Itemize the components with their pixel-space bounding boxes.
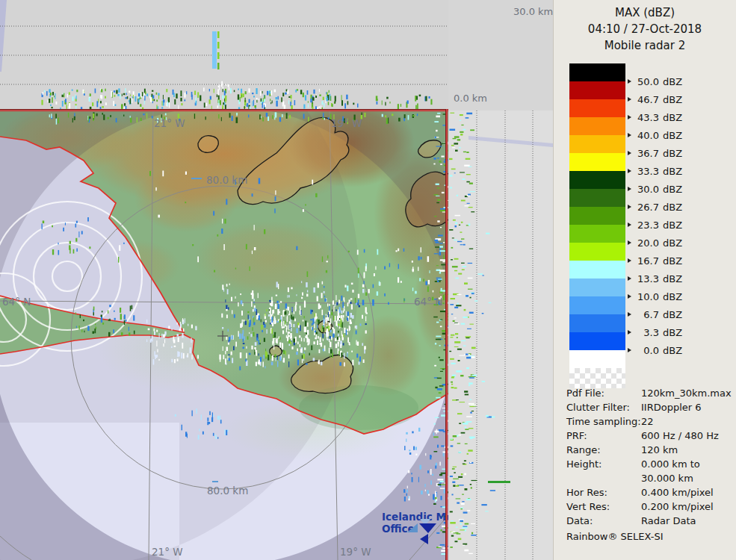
radar-map[interactable]: 21° W 19° W 80.0 km 64° N 64° N 80.0 km … (0, 109, 448, 560)
meridian-label-top-right: 19° W (331, 117, 362, 129)
parallel-label-left: 64° N (2, 296, 31, 308)
legend-color-band (569, 63, 625, 81)
metadata-value: 120 km (641, 443, 678, 457)
metadata-value: 22 (641, 414, 654, 429)
radar-source: Mobile radar 2 (554, 37, 736, 54)
range-ring-label-top: 80.0 km (206, 174, 247, 186)
legend-band-label: 16.7dBZ (628, 254, 682, 267)
metadata-label: PRF: (566, 429, 641, 443)
top-height-profile-panel[interactable] (0, 0, 448, 109)
radar-app-window: 21° W 19° W 80.0 km 64° N 64° N 80.0 km … (0, 0, 736, 560)
parallel-label-right: 64° N (414, 296, 442, 308)
legend-band-label: 46.7dBZ (628, 93, 682, 106)
height-axis-max-label: 30.0 km (513, 6, 553, 17)
legend-color-band (569, 296, 625, 314)
metadata-row: Time sampling:22 (566, 414, 732, 429)
legend-band-label: 33.3dBZ (628, 164, 682, 178)
legend-band-label: 26.7dBZ (628, 200, 682, 214)
metadata-value: IIRDoppler 6 (641, 400, 702, 414)
meridian-label-bottom-left: 21° W (152, 546, 183, 558)
legend-band-label: 13.3dBZ (628, 272, 682, 285)
tick-arrow-icon (628, 348, 631, 352)
legend-color-band (569, 332, 625, 350)
tick-arrow-icon (628, 276, 631, 281)
metadata-label: Range: (566, 443, 641, 457)
profile-echo-dash (217, 42, 220, 49)
tick-arrow-icon (628, 258, 631, 263)
tick-arrow-icon (628, 169, 631, 173)
height-axis-zero-label: 0.0 km (454, 93, 487, 104)
legend-color-band (569, 279, 625, 296)
metadata-value: 120km_30km.max (641, 386, 732, 400)
metadata-row: Vert Res:0.200 km/pixel (566, 500, 732, 514)
legend-color-band (569, 171, 625, 189)
tick-arrow-icon (628, 151, 631, 155)
tick-arrow-icon (628, 133, 631, 137)
legend-band-label: 36.7dBZ (628, 146, 682, 160)
metadata-value: 0.200 km/pixel (641, 500, 714, 514)
tick-arrow-icon (628, 187, 631, 191)
legend-color-band (569, 314, 625, 332)
legend-color-band (569, 81, 625, 99)
metadata-label: Data: (566, 514, 641, 528)
metadata-label: Clutter Filter: (566, 400, 641, 414)
legend-color-band (569, 261, 625, 279)
tick-arrow-icon (628, 223, 631, 227)
metadata-value: 0.000 km to (641, 457, 700, 471)
legend-band-label: 23.3dBZ (628, 218, 682, 231)
tick-arrow-icon (628, 312, 631, 317)
metadata-row: Hor Res:0.400 km/pixel (566, 485, 732, 500)
metadata-row: Clutter Filter:IIRDoppler 6 (566, 400, 732, 414)
metadata-label: Vert Res: (566, 500, 641, 514)
legend-band-label: 0.0dBZ (628, 343, 682, 357)
legend-band-label: 6.7dBZ (628, 308, 682, 321)
profile-echo-dash (488, 481, 510, 483)
legend-color-band (569, 99, 625, 117)
legend-header: MAX (dBZ) 04:10 / 27-Oct-2018 Mobile rad… (554, 0, 736, 54)
profile-echo-dash (217, 63, 220, 69)
legend-color-band (569, 117, 625, 135)
tick-arrow-icon (628, 205, 631, 209)
metadata-row: PRF:600 Hz / 480 Hz (566, 429, 732, 443)
metadata-row: 30.000 km (566, 471, 732, 485)
meridian-label-bottom-right: 19° W (340, 546, 371, 558)
metadata-row: Pdf File:120km_30km.max (566, 386, 732, 400)
meridian-label-top-left: 21° W (154, 117, 185, 129)
side-height-profile-panel[interactable] (449, 111, 553, 560)
metadata-label: Height: (566, 457, 641, 471)
logo-text-line1: Icelandic Met (382, 511, 448, 523)
metadata-value: Radar Data (641, 514, 696, 528)
legend-band-label: 43.3dBZ (628, 111, 682, 124)
tick-arrow-icon (628, 294, 631, 299)
legend-color-band (569, 135, 625, 153)
product-title: MAX (dBZ) (554, 4, 736, 21)
profile-echo-dash (217, 31, 220, 38)
tick-arrow-icon (628, 330, 631, 335)
legend-band-label: 50.0dBZ (628, 75, 682, 88)
legend-band-label: 40.0dBZ (628, 128, 682, 142)
legend-panel: MAX (dBZ) 04:10 / 27-Oct-2018 Mobile rad… (553, 0, 736, 560)
profile-echo-dash (217, 52, 220, 59)
legend-color-band (569, 189, 625, 207)
legend-band-label: 20.0dBZ (628, 236, 682, 249)
tick-arrow-icon (628, 115, 631, 119)
metadata-value: 0.400 km/pixel (641, 485, 714, 500)
legend-color-band (569, 207, 625, 225)
tick-arrow-icon (628, 240, 631, 245)
product-metadata: Pdf File:120km_30km.maxClutter Filter:II… (566, 386, 732, 528)
profile-echo-column (212, 31, 217, 69)
legend-band-label: 10.0dBZ (628, 290, 682, 303)
legend-band-label: 30.0dBZ (628, 182, 682, 196)
metadata-label: Pdf File: (566, 386, 641, 400)
metadata-label: Time sampling: (566, 414, 641, 429)
metadata-row: Range:120 km (566, 443, 732, 457)
legend-color-band (569, 243, 625, 261)
metadata-label (566, 471, 641, 485)
legend-band-label: 3.3dBZ (628, 326, 682, 339)
scan-datetime: 04:10 / 27-Oct-2018 (554, 21, 736, 37)
logo-text-line2: Office (382, 523, 415, 535)
tick-arrow-icon (628, 79, 631, 84)
transparency-checker (569, 368, 625, 388)
metadata-value: 30.000 km (641, 471, 693, 485)
metadata-label: Hor Res: (566, 485, 641, 500)
